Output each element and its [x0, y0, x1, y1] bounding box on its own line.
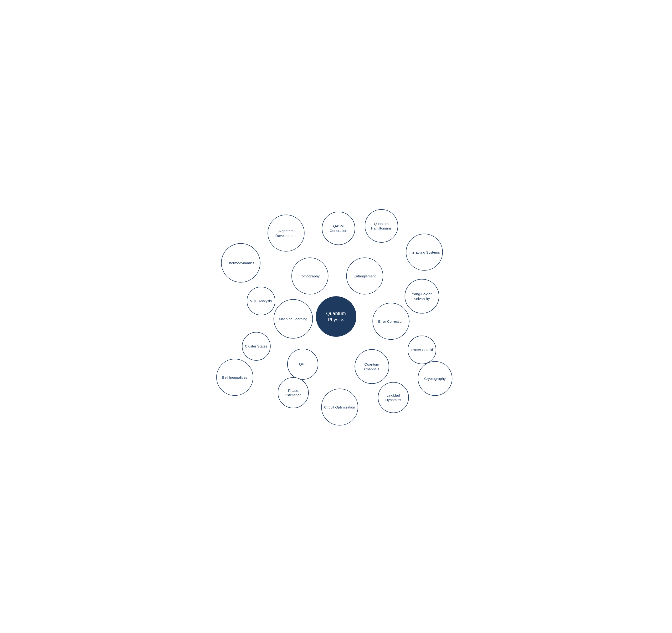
bubble-cryptography[interactable]: Cryptography: [418, 361, 452, 396]
bubble-tomography[interactable]: Tomography: [291, 258, 328, 295]
bubble-circuit-optimization[interactable]: Circuit Optimization: [321, 389, 358, 425]
bubble-interacting-systems[interactable]: Interacting Systems: [406, 234, 443, 271]
bubble-cluster-states[interactable]: Cluster States: [242, 332, 270, 361]
bubble-lindblad-dynamics[interactable]: Lindblad Dynamics: [378, 382, 409, 413]
bubble-phase-estimation[interactable]: Phase Estimation: [278, 377, 309, 408]
bubble-entanglement[interactable]: Entanglement: [346, 258, 383, 295]
bubble-vqe-analysis[interactable]: VQE Analysis: [247, 287, 275, 315]
bubble-quantum-channels[interactable]: Quantum Channels: [355, 349, 389, 384]
bubble-algorithm-development[interactable]: Algorithm Development: [267, 215, 305, 252]
bubble-diagram: Quantum PhysicsQuantum HamiltoniansInter…: [210, 197, 462, 436]
bubble-qasm-generation[interactable]: QASM Generation: [322, 212, 355, 245]
bubble-quantum-hamiltonians[interactable]: Quantum Hamiltonians: [365, 209, 398, 243]
bubble-error-correction[interactable]: Error Correction: [373, 303, 409, 340]
bubble-yang-baxter[interactable]: Yang-Baxter Solvability: [405, 279, 439, 314]
bubble-bell-inequalities[interactable]: Bell Inequalities: [216, 359, 253, 396]
bubble-qft[interactable]: QFT: [287, 349, 318, 380]
bubble-thermodynamics[interactable]: Thermodynamics: [221, 243, 260, 283]
center-bubble[interactable]: Quantum Physics: [316, 296, 356, 337]
bubble-machine-learning[interactable]: Machine Learning: [273, 299, 313, 339]
bubble-trotter-suzuki[interactable]: Trotter-Suzuki: [408, 336, 436, 364]
